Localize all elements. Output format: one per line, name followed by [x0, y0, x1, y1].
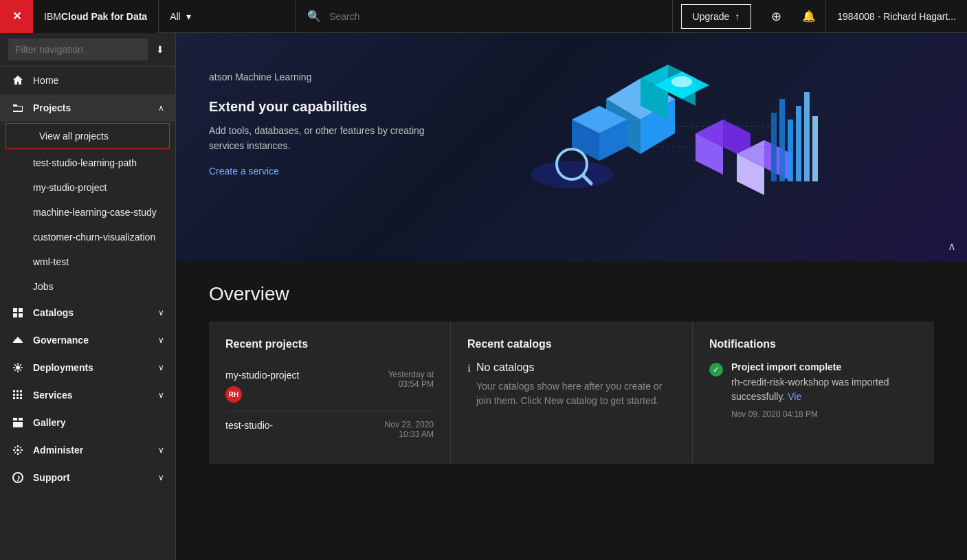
svg-rect-1 [19, 308, 23, 312]
svg-rect-9 [13, 390, 15, 392]
notifications-button[interactable]: 🔔 [792, 0, 825, 33]
svg-rect-14 [20, 394, 22, 396]
sidebar-item-governance[interactable]: Governance ∨ [0, 326, 175, 354]
recent-catalogs-card: Recent catalogs ℹ No catalogs Your catal… [451, 322, 692, 464]
sidebar-subitem-machine-learning[interactable]: machine-learning-case-study [0, 200, 175, 225]
overview-title: Overview [209, 283, 934, 305]
svg-rect-46 [788, 120, 793, 181]
project-item-1[interactable]: my-studio-project RH Yesterday at 03:54 … [225, 361, 434, 412]
svg-rect-19 [19, 418, 23, 421]
user-menu[interactable]: 1984008 - Richard Hagart... [825, 0, 967, 33]
sidebar-subitem-wml-test[interactable]: wml-test [0, 249, 175, 274]
scope-selector[interactable]: All ▾ [159, 0, 296, 33]
chevron-down-icon: ∨ [158, 363, 164, 372]
home-icon [11, 75, 25, 86]
search-icon: 🔍 [307, 10, 321, 23]
support-icon [11, 472, 25, 483]
brand: IBM Cloud Pak for Data [33, 0, 159, 33]
chevron-up-icon: ∧ [158, 103, 164, 113]
scope-value: All [170, 11, 181, 22]
sidebar-item-label: Services [33, 390, 150, 401]
sidebar-item-home[interactable]: Home [0, 67, 175, 94]
project-time-2: Nov 23, 2020 10:33 AM [385, 420, 434, 439]
overview-section: Overview Recent projects my-studio-proje… [176, 261, 967, 560]
sidebar-subitem-view-all[interactable]: View all projects [5, 123, 170, 149]
no-catalogs-desc: Your catalogs show here after you create… [476, 379, 676, 408]
project-time-1: Yesterday at 03:54 PM [388, 370, 434, 389]
nav-close-button[interactable]: ✕ [0, 0, 33, 33]
brand-product: Cloud Pak for Data [61, 11, 147, 22]
no-catalogs-row: ℹ No catalogs Your catalogs show here af… [467, 361, 676, 408]
subitem-label: my-studio-project [33, 182, 107, 193]
no-catalogs-title: No catalogs [476, 361, 676, 374]
sidebar-item-administer[interactable]: Administer ∨ [0, 436, 175, 464]
notif-title: Project import complete [731, 361, 918, 372]
svg-rect-18 [13, 418, 17, 421]
folder-icon [11, 102, 25, 113]
main-layout: ⬇ Home Projects ∧ View all projects test… [0, 33, 967, 560]
user-name: 1984008 - Richard Hagart... [837, 11, 956, 22]
sidebar-subitem-jobs[interactable]: Jobs [0, 274, 175, 299]
chevron-down-icon: ∨ [158, 473, 164, 482]
sidebar-item-gallery[interactable]: Gallery [0, 409, 175, 436]
bell-icon: 🔔 [802, 10, 816, 23]
subitem-label: Jobs [33, 281, 54, 292]
project-item-2[interactable]: test-studio- Nov 23, 2020 10:33 AM [225, 412, 434, 447]
isometric-illustration [503, 58, 860, 236]
hero-extend-title: Extend your capabilities [209, 99, 429, 115]
hero-extend-desc: Add tools, databases, or other features … [209, 123, 429, 154]
sidebar-item-projects[interactable]: Projects ∧ [0, 94, 175, 122]
svg-rect-2 [13, 313, 17, 317]
svg-rect-49 [812, 116, 818, 181]
svg-rect-20 [13, 422, 23, 427]
notif-view-link[interactable]: Vie [788, 391, 801, 402]
chevron-up-icon: ∧ [948, 240, 956, 252]
svg-rect-44 [771, 113, 777, 181]
sidebar-item-deployments[interactable]: Deployments ∨ [0, 354, 175, 381]
svg-point-23 [17, 480, 19, 481]
info-icon: ℹ [467, 363, 471, 374]
upgrade-button[interactable]: Upgrade ↑ [681, 4, 752, 29]
notifications-card: Notifications ✓ Project import complete … [693, 322, 934, 464]
svg-rect-15 [13, 397, 15, 399]
sidebar-subitem-customer-churn[interactable]: customer-churn-visualization [0, 225, 175, 249]
hero-banner: atson Machine Learning Extend your capab… [176, 33, 967, 261]
sidebar-subitem-my-studio[interactable]: my-studio-project [0, 175, 175, 200]
sidebar-item-label: Projects [33, 102, 150, 113]
svg-rect-13 [16, 394, 19, 396]
hero-subtitle: atson Machine Learning [209, 71, 429, 82]
notif-content: Project import complete rh-credit-risk-w… [731, 361, 918, 419]
svg-rect-48 [804, 92, 810, 181]
recent-projects-title: Recent projects [225, 338, 434, 350]
notif-desc: rh-credit-risk-workshop was imported suc… [731, 375, 918, 404]
notif-success-icon: ✓ [709, 363, 723, 377]
chevron-down-icon: ∨ [158, 445, 164, 455]
settings-button[interactable]: ⊕ [759, 0, 792, 33]
catalogs-icon [11, 307, 25, 318]
sidebar-subitem-test-studio[interactable]: test-studio-learning-path [0, 150, 175, 175]
collapse-nav-button[interactable]: ⬇ [153, 41, 167, 58]
filter-nav-input[interactable] [8, 38, 148, 60]
cards-grid: Recent projects my-studio-project RH Yes… [209, 322, 934, 464]
create-service-link[interactable]: Create a service [209, 166, 279, 177]
chevron-down-icon: ∨ [158, 390, 164, 400]
governance-icon [11, 335, 25, 346]
collapse-hero-button[interactable]: ∧ [948, 240, 956, 253]
sidebar-item-catalogs[interactable]: Catalogs ∨ [0, 299, 175, 326]
svg-rect-0 [13, 308, 17, 312]
project-avatar-1: RH [225, 386, 242, 403]
sidebar-item-support[interactable]: Support ∨ [0, 464, 175, 491]
search-input[interactable] [329, 11, 660, 22]
close-icon: ✕ [12, 10, 21, 23]
hero-text: atson Machine Learning Extend your capab… [209, 58, 429, 177]
chevron-down-icon: ∨ [158, 308, 164, 317]
sidebar-item-services[interactable]: Services ∨ [0, 381, 175, 409]
sidebar-item-label: Gallery [33, 417, 164, 428]
search-bar[interactable]: 🔍 [296, 0, 672, 33]
recent-catalogs-title: Recent catalogs [467, 338, 676, 350]
upgrade-label: Upgrade [693, 11, 730, 22]
main-content: atson Machine Learning Extend your capab… [176, 33, 967, 560]
project-name-2: test-studio- [225, 420, 273, 431]
no-catalogs-content: No catalogs Your catalogs show here afte… [476, 361, 676, 408]
chevron-down-icon: ▾ [186, 11, 191, 22]
